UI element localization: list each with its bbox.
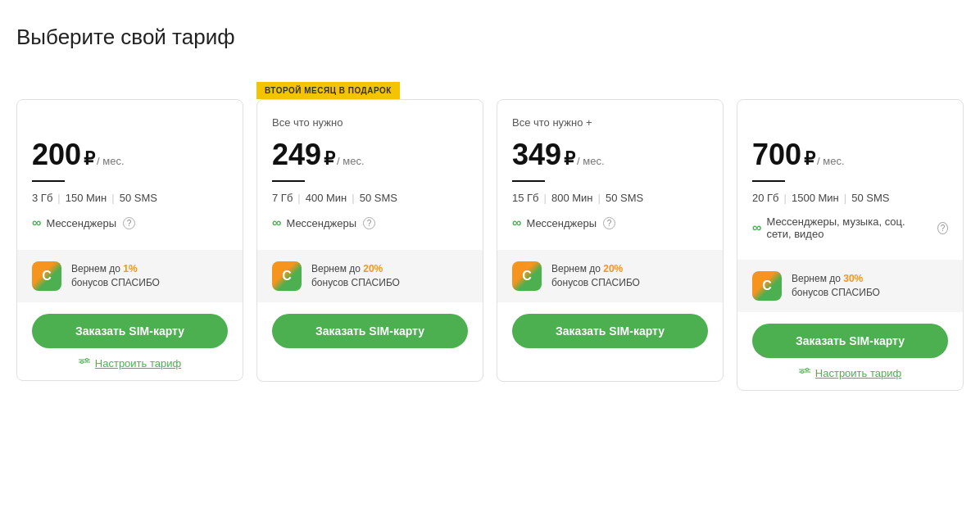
- bonus-text: Вернем до 30%бонусов СПАСИБО: [792, 272, 880, 300]
- spec-separator: |: [544, 192, 547, 204]
- plan-sms: 50 SMS: [120, 192, 157, 204]
- plan-name: Все что нужно +: [512, 116, 708, 131]
- messengers-text: Мессенджеры: [286, 217, 356, 229]
- plan-period: / мес.: [337, 155, 365, 167]
- bonus-text: Вернем до 20%бонусов СПАСИБО: [551, 262, 640, 290]
- spec-separator: |: [598, 192, 601, 204]
- question-icon[interactable]: ?: [123, 217, 135, 229]
- plan-card-plan-700: 700₽/ мес.20 Гб|1500 Мин|50 SMS∞Мессендж…: [737, 99, 964, 391]
- order-sim-button[interactable]: Заказать SIM-карту: [512, 314, 708, 348]
- plan-wrapper-plan-249: ВТОРОЙ МЕСЯЦ В ПОДАРОКВсе что нужно249₽/…: [256, 75, 483, 382]
- settings-icon: [799, 366, 810, 380]
- bonus-section: СВернем до 20%бонусов СПАСИБО: [497, 250, 723, 302]
- bonus-text: Вернем до 20%бонусов СПАСИБО: [311, 262, 400, 290]
- spec-separator: |: [352, 192, 354, 204]
- plan-minutes: 1500 Мин: [792, 192, 839, 204]
- bonus-text: Вернем до 1%бонусов СПАСИБО: [71, 262, 160, 290]
- page-title: Выберите свой тариф: [16, 25, 964, 50]
- spec-separator: |: [297, 192, 300, 204]
- plan-price: 700: [752, 138, 801, 172]
- plan-gb: 7 Гб: [272, 192, 293, 204]
- plan-gb: 3 Гб: [32, 192, 52, 204]
- plan-currency: ₽: [564, 148, 575, 170]
- question-icon[interactable]: ?: [937, 222, 948, 234]
- plan-specs: 7 Гб|400 Мин|50 SMS: [272, 192, 468, 204]
- plan-sms: 50 SMS: [851, 192, 889, 204]
- card-footer: Заказать SIM-картуНастроить тариф: [17, 302, 243, 380]
- plan-name: [752, 116, 948, 131]
- plan-name: Все что нужно: [272, 116, 468, 131]
- order-sim-button[interactable]: Заказать SIM-карту: [752, 324, 948, 358]
- messengers-row: ∞Мессенджеры?: [272, 215, 468, 230]
- bonus-section: СВернем до 20%бонусов СПАСИБО: [257, 250, 483, 302]
- plan-gb: 20 Гб: [752, 192, 779, 204]
- sber-icon: С: [272, 261, 302, 291]
- plan-card-plan-349: Все что нужно +349₽/ мес.15 Гб|800 Мин|5…: [497, 99, 724, 382]
- plan-price: 249: [272, 138, 321, 172]
- spec-separator: |: [784, 192, 787, 204]
- plan-card-plan-200: 200₽/ мес.3 Гб|150 Мин|50 SMS∞Мессенджер…: [16, 99, 243, 381]
- spec-separator: |: [111, 192, 114, 204]
- plan-minutes: 400 Мин: [306, 192, 347, 204]
- bonus-percent: 1%: [123, 263, 137, 274]
- svg-point-6: [801, 371, 803, 374]
- plan-wrapper-plan-200: 200₽/ мес.3 Гб|150 Мин|50 SMS∞Мессенджер…: [16, 75, 243, 381]
- messengers-row: ∞Мессенджеры?: [32, 215, 228, 230]
- settings-label: Настроить тариф: [815, 367, 901, 379]
- plan-sms: 50 SMS: [606, 192, 643, 204]
- messengers-text: Мессенджеры: [526, 217, 597, 229]
- spec-separator: |: [57, 192, 60, 204]
- bonus-percent: 20%: [363, 263, 383, 274]
- svg-point-9: [805, 369, 808, 371]
- messengers-row: ∞Мессенджеры, музыка, соц. сети, видео?: [752, 215, 948, 240]
- bonus-percent: 30%: [843, 273, 863, 284]
- infinity-icon: ∞: [752, 220, 761, 235]
- plan-specs: 15 Гб|800 Мин|50 SMS: [512, 192, 708, 204]
- plan-period: / мес.: [577, 155, 605, 167]
- question-icon[interactable]: ?: [363, 217, 375, 229]
- svg-point-3: [85, 359, 88, 361]
- infinity-icon: ∞: [512, 215, 521, 230]
- plan-wrapper-plan-349: Все что нужно +349₽/ мес.15 Гб|800 Мин|5…: [497, 75, 724, 382]
- plan-sms: 50 SMS: [360, 192, 397, 204]
- plan-badge: ВТОРОЙ МЕСЯЦ В ПОДАРОК: [256, 82, 400, 99]
- bonus-section: СВернем до 1%бонусов СПАСИБО: [17, 250, 243, 302]
- plan-price: 349: [512, 138, 561, 172]
- settings-link[interactable]: Настроить тариф: [752, 366, 948, 380]
- messengers-row: ∞Мессенджеры?: [512, 215, 708, 230]
- plan-card-plan-249: Все что нужно249₽/ мес.7 Гб|400 Мин|50 S…: [256, 99, 483, 382]
- plans-container: 200₽/ мес.3 Гб|150 Мин|50 SMS∞Мессенджер…: [16, 75, 964, 391]
- question-icon[interactable]: ?: [603, 217, 615, 229]
- bonus-percent: 20%: [603, 263, 623, 274]
- plan-specs: 20 Гб|1500 Мин|50 SMS: [752, 192, 948, 204]
- plan-currency: ₽: [324, 148, 335, 170]
- settings-label: Настроить тариф: [95, 357, 181, 370]
- plan-period: / мес.: [817, 155, 845, 167]
- plan-currency: ₽: [84, 148, 95, 170]
- messengers-text: Мессенджеры: [46, 217, 116, 229]
- card-footer: Заказать SIM-карту: [257, 302, 483, 381]
- svg-point-0: [80, 361, 83, 364]
- plan-minutes: 150 Мин: [66, 192, 107, 204]
- sber-icon: С: [512, 261, 542, 291]
- order-sim-button[interactable]: Заказать SIM-карту: [32, 314, 228, 348]
- sber-icon: С: [752, 271, 782, 301]
- bonus-section: СВернем до 30%бонусов СПАСИБО: [737, 260, 963, 312]
- plan-name: [32, 116, 228, 131]
- card-footer: Заказать SIM-картуНастроить тариф: [737, 312, 963, 390]
- sber-icon: С: [32, 261, 61, 291]
- plan-minutes: 800 Мин: [551, 192, 593, 204]
- plan-currency: ₽: [804, 148, 815, 170]
- messengers-text: Мессенджеры, музыка, соц. сети, видео: [766, 215, 931, 240]
- settings-icon: [79, 356, 90, 370]
- infinity-icon: ∞: [272, 215, 281, 230]
- settings-link[interactable]: Настроить тариф: [32, 356, 228, 370]
- plan-specs: 3 Гб|150 Мин|50 SMS: [32, 192, 228, 204]
- order-sim-button[interactable]: Заказать SIM-карту: [272, 314, 468, 348]
- plan-price: 200: [32, 138, 81, 172]
- plan-wrapper-plan-700: 700₽/ мес.20 Гб|1500 Мин|50 SMS∞Мессендж…: [737, 75, 964, 391]
- spec-separator: |: [844, 192, 846, 204]
- card-footer: Заказать SIM-карту: [497, 302, 723, 381]
- plan-gb: 15 Гб: [512, 192, 539, 204]
- plan-period: / мес.: [97, 155, 125, 167]
